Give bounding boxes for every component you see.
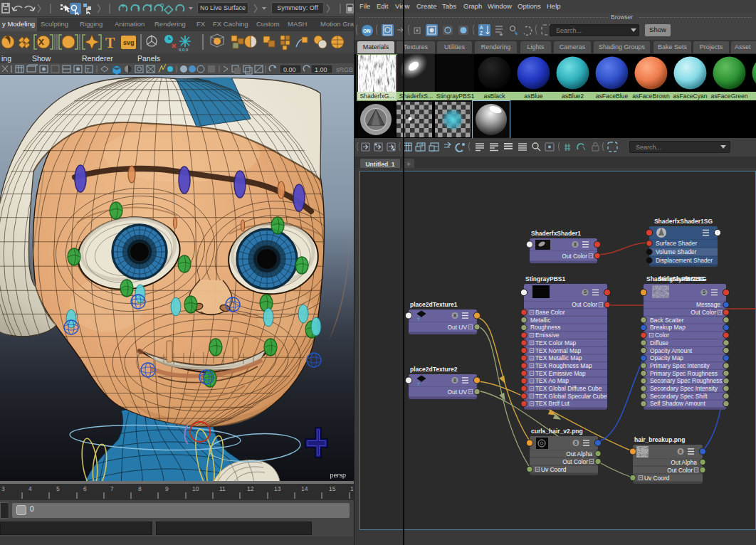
svg-text:Uv Coord: Uv Coord [541,466,567,473]
svg-text:Self Shadow Amount: Self Shadow Amount [650,400,705,407]
svg-text:Uv Coord: Uv Coord [644,475,670,482]
svg-text:TEX Color Map: TEX Color Map [535,339,577,346]
svg-text:ShaderfxShader1: ShaderfxShader1 [531,230,581,237]
svg-text:StingrayPBS1SG: StingrayPBS1SG [658,275,707,282]
svg-text:13: 13 [274,485,281,492]
svg-text:sRGB: sRGB [336,66,353,73]
svg-text:Out UV: Out UV [448,324,468,331]
svg-text:Back Scatter: Back Scatter [650,317,684,324]
svg-text:Color: Color [655,332,669,339]
svg-text:TEX Metallic Map: TEX Metallic Map [535,354,582,361]
svg-text:hair_breakup.png: hair_breakup.png [634,436,685,443]
svg-text:11: 11 [219,485,226,492]
svg-text:1.00: 1.00 [315,66,327,73]
svg-text:Out Alpha: Out Alpha [671,459,697,466]
svg-text:TEX Emissive Map: TEX Emissive Map [535,370,586,377]
svg-text:8: 8 [138,485,142,492]
svg-text:S: S [703,290,706,295]
svg-text:Primary Spec Roughness: Primary Spec Roughness [650,370,718,377]
svg-text:6: 6 [83,485,87,492]
svg-text:3: 3 [1,485,5,492]
svg-text:persp: persp [330,472,346,479]
svg-text:T: T [86,67,90,73]
svg-text:Z: Z [480,31,483,36]
svg-text:asFaceBrown: asFaceBrown [632,92,670,100]
svg-text:Diffuse: Diffuse [650,339,668,346]
svg-text:Breakup Map: Breakup Map [650,324,686,331]
svg-text:Opacity Map: Opacity Map [650,354,683,361]
svg-text:Opacity Amount: Opacity Amount [650,347,693,354]
svg-text:Seconary Spec Roughness: Seconary Spec Roughness [650,377,723,384]
svg-text:TEX Brdf Lut: TEX Brdf Lut [535,400,570,407]
svg-text:Secondary Spec Intensity: Secondary Spec Intensity [650,385,718,392]
svg-text:T: T [417,382,420,386]
svg-text:Out Color: Out Color [562,458,588,465]
svg-text:Displacement Shader: Displacement Shader [656,257,713,264]
svg-text:Emissive: Emissive [535,332,560,339]
svg-text:Base Color: Base Color [535,309,565,316]
svg-text:Primary Spec Intensity: Primary Spec Intensity [650,362,710,369]
svg-text:14: 14 [301,485,308,492]
svg-text:15: 15 [329,485,336,492]
svg-text:Out Color: Out Color [667,467,693,474]
svg-text:TEX Global Specular Cube: TEX Global Specular Cube [535,393,607,400]
svg-text:Out Color: Out Color [572,301,597,308]
svg-text:T: T [105,35,115,51]
svg-text:Out Alpha: Out Alpha [566,450,592,457]
svg-text:asBlue: asBlue [524,92,542,100]
svg-text:T: T [417,317,420,322]
svg-text:Secondary Spec Shift: Secondary Spec Shift [650,393,708,400]
svg-text:8: 8 [453,378,456,383]
svg-text:8: 8 [453,313,456,318]
svg-text:asBlue2: asBlue2 [562,92,584,100]
svg-text:Roughness: Roughness [530,324,560,331]
svg-text:asFaceBlue: asFaceBlue [596,92,629,100]
svg-text:A: A [480,25,483,30]
svg-text:StingrayPBS1: StingrayPBS1 [436,92,475,100]
svg-text:Volume Shader: Volume Shader [656,248,696,255]
svg-text:asFaceGreen: asFaceGreen [710,92,747,100]
svg-text:8: 8 [679,449,682,454]
svg-text:place2dTexture2: place2dTexture2 [410,366,458,373]
svg-text:7: 7 [110,485,114,492]
svg-text:asFaceCyan: asFaceCyan [673,92,707,100]
svg-text:5: 5 [56,485,60,492]
svg-text:4: 4 [28,485,32,492]
svg-text:TEX Ao Map: TEX Ao Map [535,377,569,384]
svg-text:8: 8 [574,242,577,247]
svg-text:Message: Message [696,301,720,308]
svg-text:Out UV: Out UV [448,388,468,396]
svg-text:Out Color: Out Color [562,253,587,260]
svg-text:TEX Global Diffuse Cube: TEX Global Diffuse Cube [535,385,602,392]
svg-text:10: 10 [192,485,199,492]
svg-text:0,0,0: 0,0,0 [179,48,189,52]
svg-text:TEX Normal Map: TEX Normal Map [535,347,582,354]
svg-text:TEX Roughness Map: TEX Roughness Map [535,362,592,369]
svg-text:Out Color: Out Color [691,309,716,316]
svg-text:ShaderfxShader1SG: ShaderfxShader1SG [654,218,713,225]
svg-text:ShaderfxG...: ShaderfxG... [359,92,394,100]
svg-text:S: S [584,290,587,295]
svg-text:place2dTexture1: place2dTexture1 [410,301,458,308]
svg-text:asBlack: asBlack [483,92,505,100]
svg-text:9: 9 [165,485,169,492]
svg-text:curls_hair_v2.png: curls_hair_v2.png [531,428,583,435]
svg-text:Metallic: Metallic [530,317,550,324]
svg-text:8: 8 [574,440,577,445]
svg-text:Surface Shader: Surface Shader [656,240,697,247]
svg-text:0.00: 0.00 [283,66,296,73]
svg-text:ON: ON [363,28,371,33]
svg-text:svg: svg [123,39,135,46]
svg-text:12: 12 [247,485,254,492]
svg-text:StingrayPBS1: StingrayPBS1 [525,275,565,282]
